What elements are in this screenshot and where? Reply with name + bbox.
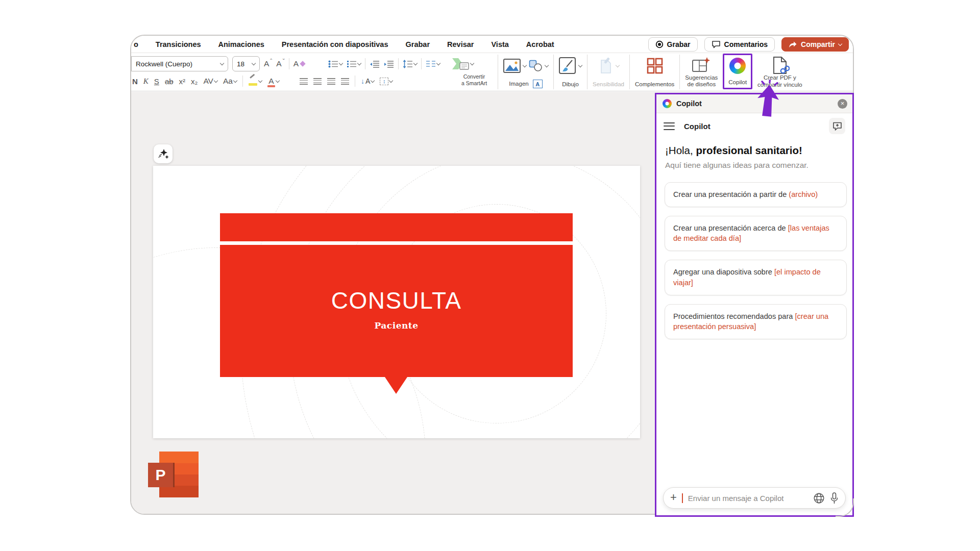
suggestion-card[interactable]: Procedimientos recomendados para [crear … [665, 304, 847, 339]
menu-item-vista[interactable]: Vista [491, 40, 508, 48]
columns-icon [426, 60, 436, 67]
copilot-panel: Copilot × Copilot ¡Hola, profesional san… [655, 93, 854, 517]
record-icon [655, 40, 664, 48]
globe-icon[interactable] [813, 492, 825, 504]
record-button[interactable]: Grabar [648, 37, 698, 52]
sensibilidad-label: Sensibilidad [593, 81, 624, 88]
designer-icon [692, 57, 710, 73]
menu-item-acrobat[interactable]: Acrobat [526, 40, 554, 48]
resize-icon: ↕ [380, 78, 388, 85]
plus-icon[interactable]: + [670, 491, 677, 504]
align-left-button[interactable] [300, 78, 308, 85]
copilot-panel-title: Copilot [676, 99, 702, 108]
highlight-color-button[interactable] [249, 77, 262, 86]
increase-indent-button[interactable] [384, 60, 394, 68]
ribbon-row-format: N K S ab x² x₂ AV Aa A ↓A ↕ [132, 74, 393, 88]
comment-icon [712, 40, 721, 48]
suggestion-card[interactable]: Agregar una diapositiva sobre [el impact… [665, 260, 847, 295]
divider [289, 58, 289, 69]
copilot-logo [663, 99, 672, 108]
slide[interactable]: CONSULTA Paciente [153, 166, 640, 438]
ribbon-row-font: Rockwell (Cuerpo) 18 Aˆ Aˇ A [131, 56, 474, 71]
character-spacing-button[interactable]: AV [203, 77, 217, 86]
menu-item-presentacion[interactable]: Presentación con diapositivas [282, 40, 388, 48]
bullet-list-button[interactable] [328, 60, 342, 68]
font-name-value: Rockwell (Cuerpo) [136, 60, 192, 68]
new-chat-button[interactable] [829, 118, 845, 134]
shapes-icon [529, 60, 543, 72]
italic-button[interactable]: K [143, 77, 149, 86]
designer-sparkle-button[interactable] [154, 144, 173, 163]
bold-button[interactable]: N [132, 77, 138, 86]
complementos-group[interactable]: Complementos [629, 55, 679, 89]
highlighter-icon [249, 77, 258, 86]
text-direction-button[interactable]: ↓A [361, 77, 374, 85]
smartart-label: Convertir a SmartArt [456, 73, 493, 86]
decrease-indent-button[interactable] [370, 60, 380, 68]
chevron-down-icon [838, 41, 842, 45]
record-label: Grabar [667, 40, 691, 48]
line-spacing-button[interactable] [403, 60, 417, 68]
suggestion-card[interactable]: Crear una presentación a partir de (arch… [665, 182, 847, 207]
copilot-button[interactable]: Copilot [723, 54, 752, 89]
top-actions: Grabar Comentarios Compartir [648, 37, 849, 52]
smartart-button[interactable] [451, 56, 474, 71]
sugerencias-label: Sugerencias de diseños [685, 74, 718, 88]
menu-item-partial[interactable]: o [134, 40, 138, 48]
numbered-list-button[interactable] [347, 60, 361, 68]
powerpoint-logo: P [148, 449, 201, 500]
slide-title: CONSULTA [220, 287, 573, 314]
divider [398, 58, 399, 69]
sugerencias-group[interactable]: Sugerencias de diseños [679, 55, 723, 89]
textbox-icon[interactable]: A [533, 80, 543, 88]
align-center-button[interactable] [313, 78, 322, 85]
menu-item-grabar[interactable]: Grabar [405, 40, 430, 48]
underline-button[interactable]: S [154, 77, 159, 86]
screenshot-stage: o Transiciones Animaciones Presentación … [0, 0, 980, 551]
strikethrough-button[interactable]: ab [165, 77, 174, 86]
align-right-button[interactable] [327, 78, 335, 85]
divider [242, 76, 243, 87]
suggestion-cards: Crear una presentación a partir de (arch… [665, 182, 847, 339]
imagen-group[interactable]: Imagen A [498, 55, 553, 89]
menu-item-transiciones[interactable]: Transiciones [156, 40, 201, 48]
menu-item-revisar[interactable]: Revisar [447, 40, 474, 48]
sensibilidad-group: Sensibilidad [587, 55, 629, 89]
numbered-list-icon [347, 60, 357, 68]
align-text-button[interactable]: ↕ [380, 78, 393, 85]
grow-font-button[interactable]: Aˆ [264, 59, 272, 68]
brush-icon [559, 57, 576, 74]
indent-icon [384, 60, 394, 68]
close-icon[interactable]: × [838, 99, 847, 109]
superscript-button[interactable]: x² [179, 77, 186, 86]
columns-button[interactable] [426, 60, 440, 67]
subscript-button[interactable]: x₂ [191, 77, 198, 86]
dibujo-group[interactable]: Dibujo [553, 55, 587, 89]
line-spacing-icon [403, 60, 413, 68]
comments-label: Comentarios [724, 40, 768, 48]
outdent-icon [370, 60, 380, 68]
share-icon [789, 41, 797, 48]
font-name-select[interactable]: Rockwell (Cuerpo) [131, 56, 228, 71]
slide-banner-pointer [385, 377, 407, 394]
bullets-icon [328, 60, 338, 68]
pdf-link-icon [770, 56, 790, 74]
copilot-message-input[interactable] [688, 494, 808, 503]
font-color-button[interactable]: A [267, 77, 279, 86]
copilot-subtitle: Aquí tiene algunas ideas para comenzar. [665, 161, 808, 170]
divider [421, 58, 422, 69]
comments-button[interactable]: Comentarios [704, 37, 775, 52]
sparkle-icon [158, 148, 169, 160]
copilot-input-bar: + [663, 487, 846, 509]
slide-title-block[interactable]: CONSULTA Paciente [220, 245, 573, 377]
suggestion-card[interactable]: Crear una presentación acerca de [las ve… [665, 216, 847, 251]
hamburger-icon[interactable] [664, 122, 675, 130]
slide-red-banner-top[interactable] [220, 213, 573, 241]
menu-item-animaciones[interactable]: Animaciones [218, 40, 264, 48]
share-button[interactable]: Compartir [781, 37, 849, 52]
font-size-select[interactable]: 18 [232, 56, 260, 71]
change-case-button[interactable]: Aa [223, 77, 237, 86]
shrink-font-button[interactable]: Aˇ [276, 59, 284, 68]
justify-button[interactable] [341, 78, 349, 85]
clear-formatting-button[interactable]: A [293, 59, 305, 68]
